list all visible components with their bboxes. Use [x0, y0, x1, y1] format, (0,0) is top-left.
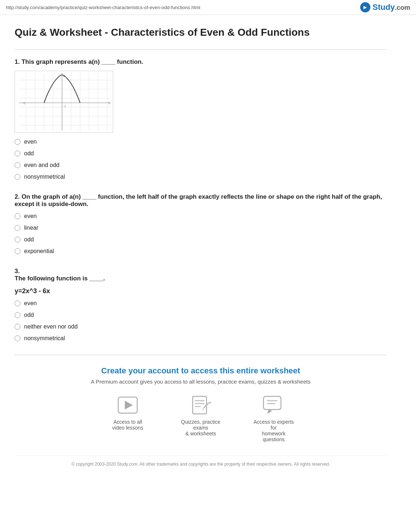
radio-button[interactable]	[15, 312, 20, 318]
option-label: odd	[24, 312, 34, 318]
svg-text:-2: -2	[63, 104, 66, 108]
svg-marker-30	[209, 401, 211, 404]
question-3-label: 3. The following function is ____.	[15, 268, 387, 282]
option-label: linear	[24, 225, 38, 231]
page-title: Quiz & Worksheet - Characteristics of Ev…	[15, 26, 387, 39]
option-label: even	[24, 213, 37, 220]
svg-marker-24	[125, 401, 133, 409]
option-label: even	[24, 139, 37, 145]
svg-rect-32	[263, 396, 281, 409]
option-label: nonsymmetrical	[24, 174, 65, 180]
radio-button[interactable]	[15, 213, 20, 219]
option-item[interactable]: nonsymmetrical	[15, 174, 387, 180]
option-item[interactable]: even and odd	[15, 162, 387, 168]
experts-icon-box	[262, 395, 285, 415]
video-icon-box	[116, 395, 139, 415]
logo: ▶ Study.com	[360, 2, 410, 12]
cta-section: Create your account to access this entir…	[15, 355, 387, 455]
option-item[interactable]: even	[15, 213, 387, 220]
radio-button[interactable]	[15, 162, 20, 168]
radio-button[interactable]	[15, 300, 20, 306]
question-1-options: even odd even and odd nonsymmetrical	[15, 139, 387, 180]
question-3-formula: y=2x^3 - 6x	[15, 287, 387, 295]
cta-icon-quiz: Quizzes, practice exams& worksheets	[179, 395, 223, 442]
option-item[interactable]: odd	[15, 312, 387, 318]
option-item[interactable]: nonsymmetrical	[15, 335, 387, 342]
svg-marker-35	[267, 409, 272, 414]
radio-button[interactable]	[15, 174, 20, 180]
svg-text:-5: -5	[22, 101, 25, 105]
top-bar: http://study.com/academy/practice/quiz-w…	[0, 0, 416, 15]
option-label: even and odd	[24, 162, 59, 168]
cta-label-quiz: Quizzes, practice exams& worksheets	[179, 419, 223, 436]
svg-rect-25	[193, 396, 207, 414]
graph-svg: -5 5 2 -2	[15, 71, 113, 133]
cta-title: Create your account to access this entir…	[22, 366, 380, 376]
url-display: http://study.com/academy/practice/quiz-w…	[6, 5, 200, 10]
question-1-label: 1. This graph represents a(n) ____ funct…	[15, 58, 387, 66]
question-2-options: even linear odd exponential	[15, 213, 387, 255]
logo-play-icon: ▶	[360, 2, 370, 12]
option-item[interactable]: odd	[15, 150, 387, 157]
option-item[interactable]: neither even nor odd	[15, 323, 387, 330]
question-2: 2. On the graph of a(n) ____ function, t…	[15, 193, 387, 255]
option-label: odd	[24, 236, 34, 243]
experts-icon	[262, 395, 285, 415]
footer: © copyright 2003-2020 Study.com. All oth…	[15, 455, 387, 473]
radio-button[interactable]	[15, 225, 20, 231]
cta-subtitle: A Premium account gives you access to al…	[22, 378, 380, 385]
option-label: even	[24, 300, 37, 307]
question-1-graph: -5 5 2 -2	[15, 71, 113, 133]
option-item[interactable]: even	[15, 139, 387, 145]
radio-button[interactable]	[15, 237, 20, 242]
question-2-label: 2. On the graph of a(n) ____ function, t…	[15, 193, 387, 208]
option-label: exponential	[24, 248, 54, 255]
cta-label-experts: Access to experts forhomework questions	[252, 419, 296, 442]
radio-button[interactable]	[15, 248, 20, 254]
logo-text: Study.com	[373, 3, 410, 12]
quiz-icon	[190, 395, 212, 415]
option-item[interactable]: odd	[15, 236, 387, 243]
radio-button[interactable]	[15, 324, 20, 330]
cta-icons: Access to allvideo lessons	[22, 395, 380, 442]
divider	[15, 49, 387, 50]
option-item[interactable]: even	[15, 300, 387, 307]
cta-label-video: Access to allvideo lessons	[112, 419, 143, 431]
option-label: nonsymmetrical	[24, 335, 65, 342]
radio-button[interactable]	[15, 335, 20, 341]
quiz-icon-box	[189, 395, 212, 415]
question-3: 3. The following function is ____. y=2x^…	[15, 268, 387, 342]
svg-text:5: 5	[108, 101, 110, 105]
main-content: Quiz & Worksheet - Characteristics of Ev…	[0, 15, 401, 480]
option-item[interactable]: exponential	[15, 248, 387, 255]
radio-button[interactable]	[15, 139, 20, 145]
video-icon	[117, 396, 139, 415]
question-3-options: even odd neither even nor odd nonsymmetr…	[15, 300, 387, 342]
cta-icon-video: Access to allvideo lessons	[106, 395, 150, 442]
radio-button[interactable]	[15, 151, 20, 156]
cta-icon-experts: Access to experts forhomework questions	[252, 395, 296, 442]
option-label: neither even nor odd	[24, 323, 78, 330]
svg-line-31	[203, 408, 204, 410]
question-1: 1. This graph represents a(n) ____ funct…	[15, 58, 387, 180]
option-label: odd	[24, 150, 34, 157]
option-item[interactable]: linear	[15, 225, 387, 231]
footer-text: © copyright 2003-2020 Study.com. All oth…	[72, 462, 330, 467]
